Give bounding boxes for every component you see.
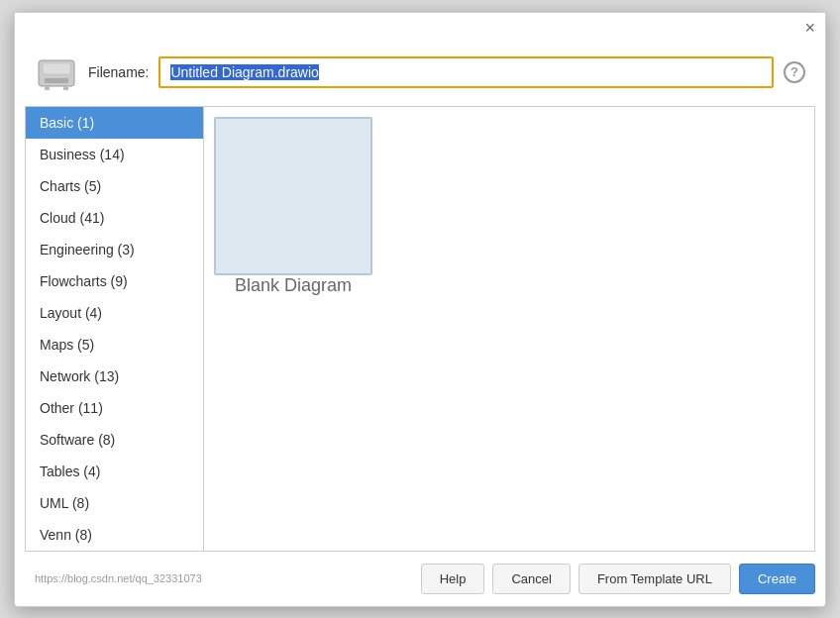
category-item-engineering[interactable]: Engineering (3) xyxy=(26,234,203,265)
category-item-charts[interactable]: Charts (5) xyxy=(26,170,203,202)
category-item-business[interactable]: Business (14) xyxy=(26,139,203,170)
create-button[interactable]: Create xyxy=(739,564,815,594)
category-item-tables[interactable]: Tables (4) xyxy=(26,456,203,487)
filename-label: Filename: xyxy=(88,64,149,80)
category-item-maps[interactable]: Maps (5) xyxy=(26,329,203,360)
blank-diagram-label: Blank Diagram xyxy=(235,275,352,296)
category-item-basic[interactable]: Basic (1) xyxy=(26,107,203,139)
disk-icon xyxy=(35,51,78,94)
from-template-url-button[interactable]: From Template URL xyxy=(578,564,731,594)
category-item-venn[interactable]: Venn (8) xyxy=(26,519,203,551)
svg-rect-3 xyxy=(45,86,50,90)
blank-diagram-card xyxy=(214,117,372,275)
filename-row: Filename: ? xyxy=(15,43,825,106)
category-item-layout[interactable]: Layout (4) xyxy=(26,297,203,329)
dialog-footer: https://blog.csdn.net/qq_32331073 Help C… xyxy=(15,552,825,606)
category-item-software[interactable]: Software (8) xyxy=(26,424,203,456)
help-icon[interactable]: ? xyxy=(784,61,805,83)
category-item-uml[interactable]: UML (8) xyxy=(26,487,203,519)
dialog-overlay: × Filename: ? xyxy=(0,0,840,618)
new-diagram-dialog: × Filename: ? xyxy=(14,12,826,607)
help-button[interactable]: Help xyxy=(421,564,485,594)
close-button[interactable]: × xyxy=(804,19,815,37)
cancel-button[interactable]: Cancel xyxy=(492,564,570,594)
title-bar: × xyxy=(15,13,825,43)
filename-input[interactable] xyxy=(158,56,774,88)
category-item-other[interactable]: Other (11) xyxy=(26,392,203,424)
svg-rect-2 xyxy=(43,63,70,74)
category-list: Basic (1)Business (14)Charts (5)Cloud (4… xyxy=(26,107,204,551)
svg-rect-1 xyxy=(45,78,68,83)
dialog-body: Basic (1)Business (14)Charts (5)Cloud (4… xyxy=(25,106,815,552)
templates-area: Blank Diagram xyxy=(204,107,814,551)
blank-diagram-item[interactable]: Blank Diagram xyxy=(214,117,372,296)
footer-url: https://blog.csdn.net/qq_32331073 xyxy=(35,572,202,584)
category-item-network[interactable]: Network (13) xyxy=(26,360,203,392)
category-item-cloud[interactable]: Cloud (41) xyxy=(26,202,203,234)
category-item-flowcharts[interactable]: Flowcharts (9) xyxy=(26,265,203,297)
svg-rect-4 xyxy=(63,86,68,90)
